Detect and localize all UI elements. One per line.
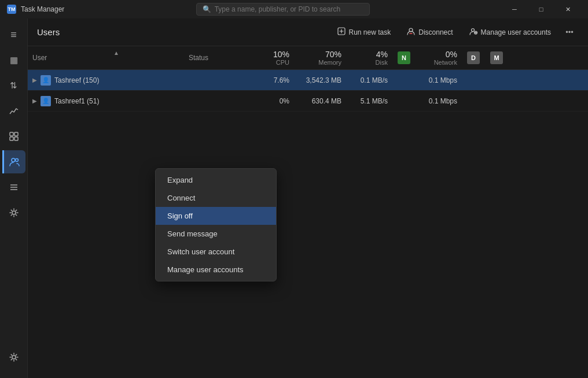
disk-cell: 0.1 MB/s [346, 74, 392, 87]
minimize-button[interactable]: ─ [501, 0, 528, 18]
svg-rect-2 [10, 137, 13, 140]
n-cell [392, 78, 416, 83]
context-menu-signoff[interactable]: Sign off [156, 207, 276, 225]
main-layout: ≡ ▦ ⇅ [0, 18, 588, 378]
sidebar-item-services[interactable] [2, 201, 25, 224]
manage-user-accounts-label: Manage user accounts [481, 28, 551, 36]
svg-point-9 [12, 211, 16, 214]
user-avatar: 👤 [41, 96, 51, 106]
m-cell [485, 99, 508, 103]
sidebar-item-performance[interactable] [2, 99, 25, 123]
col-header-m-badge: M [485, 51, 508, 64]
n-badge: N [398, 51, 410, 64]
svg-rect-0 [10, 132, 13, 136]
svg-point-16 [471, 29, 474, 32]
expand-arrow[interactable]: ▶ [32, 98, 37, 104]
context-menu-manageuseraccounts[interactable]: Manage user accounts [156, 261, 276, 279]
n-cell [392, 99, 416, 103]
status-cell [184, 78, 253, 83]
title-bar: TM Task Manager 🔍 ─ □ ✕ [0, 0, 588, 18]
m-cell [485, 78, 508, 83]
table-row[interactable]: ▶ 👤 Tashreef1 (51) 0% 630.4 MB 5.1 MB/s … [28, 91, 588, 112]
d-cell [462, 78, 485, 83]
close-button[interactable]: ✕ [554, 0, 581, 18]
table-header: ▲ User Status 10% CPU 70% Memory 4% Disk… [28, 46, 588, 70]
context-menu-sendmessage[interactable]: Send message [156, 225, 276, 243]
search-bar[interactable]: 🔍 [196, 3, 370, 16]
sidebar-item-settings[interactable] [2, 346, 25, 369]
app-title: Task Manager [21, 5, 64, 13]
run-new-task-label: Run new task [349, 28, 391, 36]
maximize-button[interactable]: □ [528, 0, 554, 18]
memory-cell: 3,542.3 MB [294, 74, 346, 87]
disconnect-icon [407, 27, 415, 37]
sidebar-item-users[interactable] [2, 150, 25, 173]
user-avatar: 👤 [41, 75, 51, 86]
title-bar-left: TM Task Manager [7, 5, 64, 14]
manage-user-accounts-icon [469, 27, 477, 37]
more-button[interactable]: ••• [560, 23, 579, 42]
context-menu: Expand Connect Sign off Send message Swi… [155, 168, 277, 281]
network-cell: 0.1 Mbps [416, 74, 462, 87]
col-header-status[interactable]: Status [184, 51, 253, 64]
run-new-task-icon [337, 27, 346, 37]
status-cell [184, 99, 253, 103]
sidebar: ≡ ▦ ⇅ [0, 18, 28, 378]
search-input[interactable] [215, 5, 363, 13]
sidebar-item-hamburger[interactable]: ≡ [2, 23, 25, 46]
expand-arrow[interactable]: ▶ [32, 77, 37, 83]
col-header-d-badge: D [462, 51, 485, 64]
context-menu-switchuser[interactable]: Switch user account [156, 243, 276, 261]
app-icon: TM [7, 5, 16, 14]
col-header-user[interactable]: ▲ User [28, 51, 184, 64]
user-name: Tashreef1 (51) [54, 97, 99, 105]
search-icon: 🔍 [203, 5, 211, 13]
user-cell: ▶ 👤 Tashreef (150) [28, 73, 184, 88]
col-header-n-badge: N [392, 51, 416, 64]
context-menu-expand[interactable]: Expand [156, 171, 276, 189]
svg-point-4 [12, 158, 15, 162]
cpu-cell: 7.6% [253, 74, 294, 87]
toolbar-actions: Run new task Disconnect [330, 23, 579, 42]
content-area: Users Run new task [28, 18, 588, 378]
page-title: Users [37, 27, 326, 37]
d-badge: D [467, 51, 480, 64]
top-bar: Users Run new task [28, 18, 588, 46]
sort-arrow-up: ▲ [113, 50, 119, 56]
d-cell [462, 99, 485, 103]
sidebar-item-apphistory[interactable] [2, 125, 25, 148]
table-row[interactable]: ▶ 👤 Tashreef (150) 7.6% 3,542.3 MB 0.1 M… [28, 70, 588, 91]
window-controls: ─ □ ✕ [501, 0, 581, 18]
sidebar-item-processes[interactable]: ⇅ [2, 74, 25, 97]
user-cell: ▶ 👤 Tashreef1 (51) [28, 94, 184, 109]
col-header-network[interactable]: 0% Network [416, 49, 462, 67]
col-header-cpu[interactable]: 10% CPU [253, 49, 294, 67]
sidebar-item-details[interactable] [2, 176, 25, 199]
network-cell: 0.1 Mbps [416, 95, 462, 108]
svg-point-5 [16, 159, 19, 162]
disk-cell: 5.1 MB/s [346, 95, 392, 108]
svg-point-10 [12, 355, 16, 359]
manage-user-accounts-button[interactable]: Manage user accounts [462, 24, 558, 40]
sidebar-item-overview[interactable]: ▦ [2, 49, 25, 72]
users-table: ▶ 👤 Tashreef (150) 7.6% 3,542.3 MB 0.1 M… [28, 70, 588, 112]
m-badge: M [490, 51, 503, 64]
user-name: Tashreef (150) [54, 76, 99, 84]
context-menu-connect[interactable]: Connect [156, 189, 276, 207]
svg-rect-1 [14, 132, 18, 136]
disconnect-button[interactable]: Disconnect [400, 24, 460, 40]
disconnect-label: Disconnect [418, 28, 453, 36]
col-header-memory[interactable]: 70% Memory [294, 49, 346, 67]
run-new-task-button[interactable]: Run new task [330, 24, 398, 40]
cpu-cell: 0% [253, 95, 294, 108]
svg-rect-3 [14, 137, 18, 140]
memory-cell: 630.4 MB [294, 95, 346, 108]
col-header-disk[interactable]: 4% Disk [346, 49, 392, 67]
